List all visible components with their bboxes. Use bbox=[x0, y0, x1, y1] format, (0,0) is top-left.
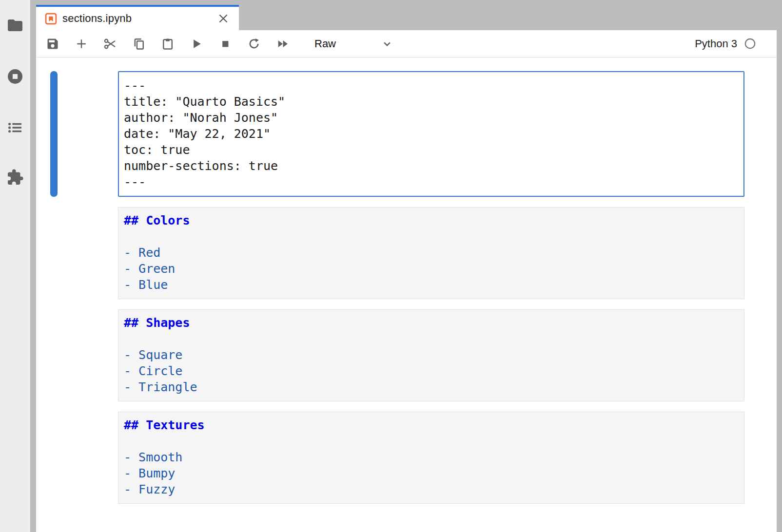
notebook-icon bbox=[45, 13, 57, 25]
markdown-list-item: - Bumpy bbox=[124, 465, 740, 481]
jupyterlab-window: sections.ipynb bbox=[0, 0, 782, 532]
file-browser-icon[interactable] bbox=[6, 17, 24, 34]
markdown-list-item: - Red bbox=[124, 245, 740, 261]
code-line: --- bbox=[124, 77, 740, 94]
paste-cells-icon[interactable] bbox=[158, 34, 177, 54]
markdown-list-item: - Blue bbox=[124, 277, 740, 293]
markdown-list-item: - Smooth bbox=[124, 449, 740, 465]
cell-collapser[interactable] bbox=[50, 412, 58, 504]
markdown-heading: ## Textures bbox=[124, 417, 740, 433]
markdown-cell-editor[interactable]: ## Shapes - Square - Circle - Triangle bbox=[118, 309, 744, 401]
copy-cells-icon[interactable] bbox=[129, 34, 149, 54]
interrupt-kernel-icon[interactable] bbox=[215, 34, 235, 54]
window-right-edge bbox=[777, 0, 782, 532]
raw-cell-editor[interactable]: --- title: "Quarto Basics" author: "Nora… bbox=[118, 71, 744, 197]
markdown-cell-editor[interactable]: ## Colors - Red - Green - Blue bbox=[118, 207, 744, 299]
markdown-heading: ## Shapes bbox=[124, 315, 740, 331]
insert-cell-icon[interactable] bbox=[72, 34, 91, 54]
code-line: date: "May 22, 2021" bbox=[124, 126, 740, 142]
kernel-name[interactable]: Python 3 bbox=[695, 38, 737, 50]
extensions-icon[interactable] bbox=[6, 169, 24, 186]
tab-title: sections.ipynb bbox=[62, 12, 132, 25]
markdown-list-item: - Green bbox=[124, 261, 740, 277]
notebook-toolbar: Raw Python 3 bbox=[36, 30, 777, 57]
markdown-list-item: - Fuzzy bbox=[124, 481, 740, 497]
cell-markdown-shapes: ## Shapes - Square - Circle - Triangle bbox=[50, 309, 744, 401]
activity-sidebar bbox=[0, 0, 30, 532]
table-of-contents-icon[interactable] bbox=[6, 119, 24, 136]
cut-cells-icon[interactable] bbox=[100, 34, 120, 54]
code-line: toc: true bbox=[124, 142, 740, 158]
main-dock-panel: sections.ipynb bbox=[36, 0, 777, 532]
markdown-cell-editor[interactable]: ## Textures - Smooth - Bumpy - Fuzzy bbox=[118, 412, 744, 504]
cell-markdown-colors: ## Colors - Red - Green - Blue bbox=[50, 207, 744, 299]
cell-raw-frontmatter: --- title: "Quarto Basics" author: "Nora… bbox=[50, 71, 744, 197]
close-tab-icon[interactable] bbox=[216, 12, 230, 25]
sidebar-divider bbox=[30, 0, 36, 532]
cell-collapser[interactable] bbox=[50, 309, 58, 401]
cell-prompt bbox=[58, 71, 118, 197]
tab-sections-ipynb[interactable]: sections.ipynb bbox=[36, 5, 239, 30]
restart-kernel-icon[interactable] bbox=[244, 34, 264, 54]
cell-collapser[interactable] bbox=[50, 207, 58, 299]
code-line: author: "Norah Jones" bbox=[124, 110, 740, 126]
run-all-cells-icon[interactable] bbox=[273, 34, 293, 54]
notebook-panel: --- title: "Quarto Basics" author: "Nora… bbox=[36, 57, 777, 504]
markdown-heading: ## Colors bbox=[124, 212, 740, 228]
markdown-list-item: - Square bbox=[124, 347, 740, 363]
run-cell-icon[interactable] bbox=[187, 34, 206, 54]
kernel-status-icon[interactable] bbox=[744, 38, 756, 50]
code-line: number-sections: true bbox=[124, 158, 740, 174]
cell-collapser[interactable] bbox=[50, 71, 58, 197]
tab-bar: sections.ipynb bbox=[36, 0, 777, 30]
cell-prompt bbox=[58, 412, 118, 504]
save-icon[interactable] bbox=[43, 34, 62, 54]
cell-prompt bbox=[58, 309, 118, 401]
cell-type-value: Raw bbox=[314, 38, 336, 50]
cell-type-dropdown[interactable]: Raw bbox=[314, 34, 393, 54]
markdown-list-item: - Triangle bbox=[124, 379, 740, 395]
chevron-down-icon bbox=[381, 38, 393, 50]
cell-prompt bbox=[58, 207, 118, 299]
code-line: title: "Quarto Basics" bbox=[124, 94, 740, 110]
code-line: --- bbox=[124, 174, 740, 190]
cell-markdown-textures: ## Textures - Smooth - Bumpy - Fuzzy bbox=[50, 412, 744, 504]
markdown-list-item: - Circle bbox=[124, 363, 740, 379]
running-sessions-icon[interactable] bbox=[6, 68, 24, 85]
